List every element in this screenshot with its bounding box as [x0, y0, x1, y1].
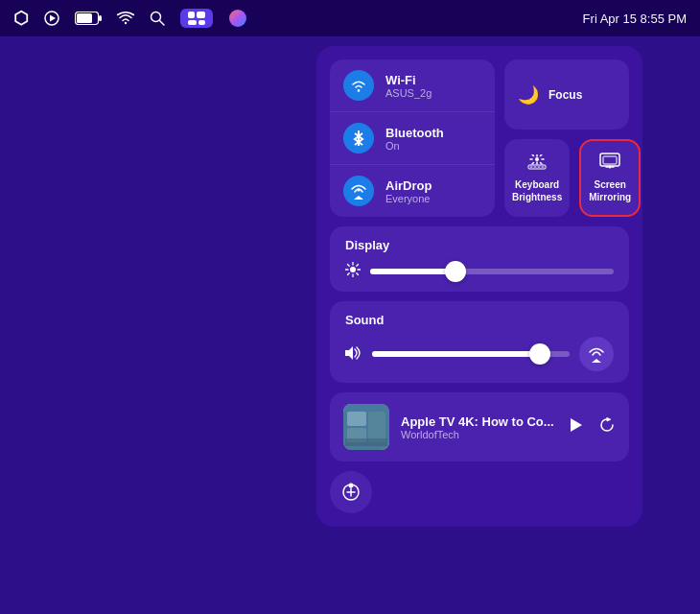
top-section: Wi-Fi ASUS_2g Bluetooth On: [330, 59, 629, 217]
wifi-menu-icon[interactable]: [117, 12, 134, 25]
wifi-sub: ASUS_2g: [385, 87, 432, 99]
airdrop-sub: Everyone: [385, 193, 432, 204]
keyboard-brightness-label: KeyboardBrightness: [512, 178, 562, 203]
svg-marker-43: [345, 346, 353, 360]
track-title: Apple TV 4K: How to Co...: [401, 414, 554, 429]
screen-mirroring-tile[interactable]: ScreenMirroring: [579, 139, 641, 217]
svg-rect-47: [368, 412, 385, 442]
now-playing: Apple TV 4K: How to Co... WorldofTech: [330, 392, 629, 461]
airdrop-icon: [343, 176, 374, 206]
svg-point-12: [229, 10, 246, 27]
svg-rect-3: [77, 13, 92, 23]
sound-section: Sound: [330, 301, 629, 383]
volume-icon: [345, 345, 362, 364]
svg-marker-49: [571, 418, 582, 432]
screen-mirroring-icon: [599, 153, 620, 175]
svg-rect-8: [188, 12, 195, 18]
wifi-name: Wi-Fi: [385, 73, 432, 87]
svg-rect-31: [603, 156, 617, 164]
playback-controls: [566, 415, 616, 439]
menubar: ⬡: [0, 0, 700, 36]
display-title: Display: [345, 238, 614, 252]
bluetooth-tile[interactable]: Bluetooth On: [330, 112, 495, 165]
network-tiles: Wi-Fi ASUS_2g Bluetooth On: [330, 59, 495, 217]
airdrop-name: AirDrop: [385, 178, 432, 193]
menubar-right: Fri Apr 15 8:55 PM: [583, 12, 687, 26]
focus-label: Focus: [548, 88, 582, 102]
svg-rect-9: [197, 12, 205, 18]
play-icon[interactable]: [44, 11, 59, 26]
airplay-button[interactable]: [579, 337, 614, 371]
svg-line-41: [357, 265, 359, 267]
album-art: [343, 404, 389, 450]
bluetooth-name: Bluetooth: [385, 126, 444, 140]
kb-screen-row: KeyboardBrightness ScreenMirroring: [504, 139, 629, 217]
play-button[interactable]: [566, 415, 585, 439]
track-info: Apple TV 4K: How to Co... WorldofTech: [401, 414, 554, 440]
keyboard-brightness-tile[interactable]: KeyboardBrightness: [504, 139, 570, 217]
siri-icon[interactable]: [228, 9, 247, 28]
svg-line-23: [532, 163, 534, 165]
svg-line-39: [348, 265, 350, 267]
bluetooth-text: Bluetooth On: [385, 126, 444, 152]
reload-button[interactable]: [598, 416, 616, 438]
bluetooth-sub: On: [385, 140, 444, 152]
bluetooth-icon: [343, 123, 374, 154]
svg-line-42: [348, 273, 350, 275]
display-slider[interactable]: [370, 269, 614, 274]
brightness-icon: [345, 262, 361, 280]
accessibility-button[interactable]: [330, 471, 372, 513]
svg-rect-10: [188, 20, 197, 25]
wifi-icon: [343, 70, 374, 101]
svg-marker-1: [50, 15, 56, 22]
sound-slider[interactable]: [372, 351, 570, 357]
accessibility-row: [330, 471, 629, 513]
control-center-panel: Wi-Fi ASUS_2g Bluetooth On: [316, 46, 642, 527]
airdrop-tile[interactable]: AirDrop Everyone: [330, 165, 495, 217]
svg-rect-11: [198, 20, 205, 25]
svg-point-15: [358, 189, 361, 192]
sound-slider-row: [345, 337, 614, 371]
sound-title: Sound: [345, 313, 614, 327]
wifi-tile[interactable]: Wi-Fi ASUS_2g: [330, 59, 495, 112]
svg-line-21: [532, 154, 534, 156]
svg-point-34: [350, 267, 356, 272]
search-icon[interactable]: [150, 11, 165, 26]
svg-point-16: [535, 157, 539, 161]
svg-rect-45: [347, 412, 366, 426]
screen-mirroring-label: ScreenMirroring: [589, 178, 631, 203]
album-art-image: [343, 404, 389, 450]
datetime: Fri Apr 15 8:55 PM: [583, 12, 687, 26]
svg-line-22: [541, 154, 543, 156]
svg-point-5: [125, 22, 127, 24]
quick-tiles: 🌙 Focus: [504, 59, 629, 217]
battery-icon[interactable]: [75, 12, 102, 25]
svg-line-24: [541, 163, 543, 165]
keyboard-brightness-icon: [526, 153, 548, 175]
wifi-text: Wi-Fi ASUS_2g: [385, 73, 432, 99]
moon-icon: 🌙: [518, 84, 539, 106]
airdrop-text: AirDrop Everyone: [385, 178, 432, 204]
svg-rect-48: [345, 438, 387, 446]
svg-point-13: [358, 89, 361, 92]
track-artist: WorldofTech: [401, 429, 554, 440]
control-center-icon[interactable]: [180, 9, 213, 28]
menubar-left: ⬡: [13, 8, 247, 29]
svg-rect-4: [99, 15, 102, 21]
focus-tile[interactable]: 🌙 Focus: [504, 59, 629, 130]
creative-cloud-icon[interactable]: ⬡: [13, 8, 29, 29]
display-slider-row: [345, 262, 614, 280]
svg-line-7: [160, 21, 165, 26]
svg-line-40: [357, 273, 359, 275]
display-section: Display: [330, 226, 629, 292]
